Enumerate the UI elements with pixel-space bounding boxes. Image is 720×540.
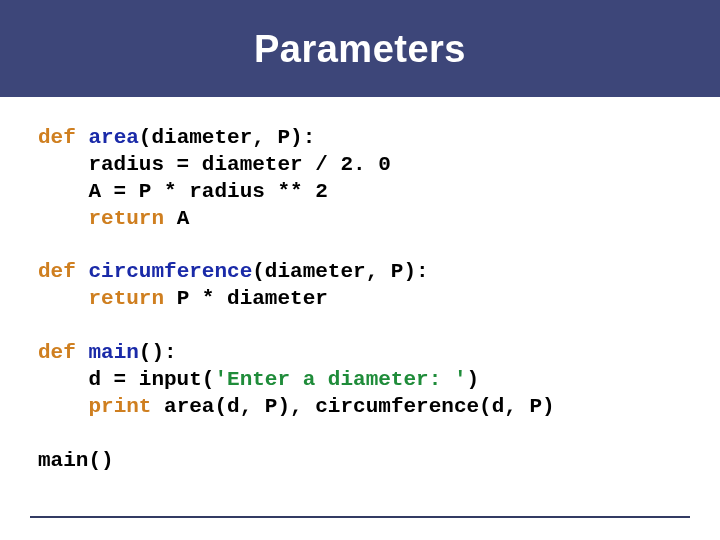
footer-divider (30, 516, 690, 518)
code-func-name: main (88, 341, 138, 364)
code-text (38, 395, 88, 418)
code-keyword: print (88, 395, 151, 418)
code-text: radius = diameter / 2. 0 (38, 153, 391, 176)
code-text: main() (38, 449, 114, 472)
code-keyword: def (38, 126, 76, 149)
code-keyword: def (38, 260, 76, 283)
code-block: def area(diameter, P): radius = diameter… (0, 97, 720, 474)
code-func-name: area (88, 126, 138, 149)
code-text: (diameter, P): (139, 126, 315, 149)
title-bar: Parameters (0, 0, 720, 97)
slide-title: Parameters (0, 28, 720, 71)
code-keyword: return (88, 287, 164, 310)
code-text (38, 287, 88, 310)
slide: Parameters def area(diameter, P): radius… (0, 0, 720, 540)
code-keyword: return (88, 207, 164, 230)
code-text: area(d, P), circumference(d, P) (151, 395, 554, 418)
code-text: A = P * radius ** 2 (38, 180, 328, 203)
code-keyword: def (38, 341, 76, 364)
code-string: 'Enter a diameter: ' (214, 368, 466, 391)
code-text: P * diameter (164, 287, 328, 310)
code-text: d = input( (38, 368, 214, 391)
code-text: ) (466, 368, 479, 391)
code-text: (diameter, P): (252, 260, 428, 283)
code-text: (): (139, 341, 177, 364)
code-func-name: circumference (88, 260, 252, 283)
code-text (38, 207, 88, 230)
code-text: A (164, 207, 189, 230)
